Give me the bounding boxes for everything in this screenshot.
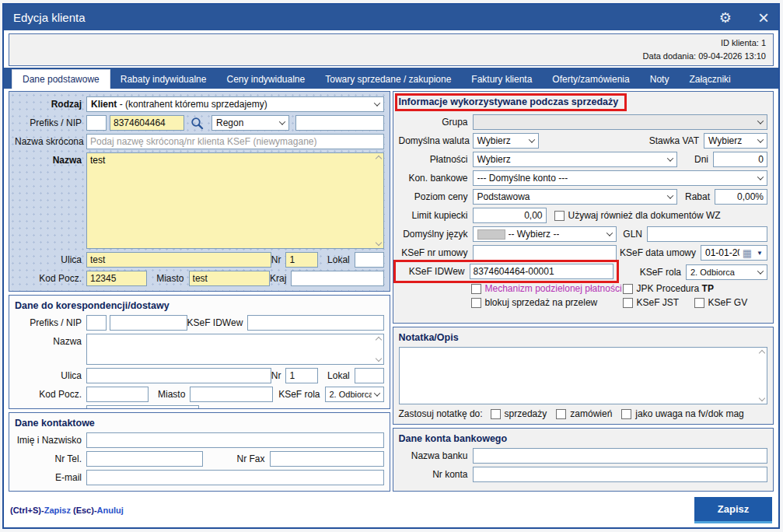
kores-ulica-input[interactable] [86,368,271,383]
stawka-vat-select[interactable]: Wybierz [704,133,767,149]
rabat-input[interactable] [715,189,767,205]
mpp-checkbox[interactable] [471,284,481,294]
scroll-down-icon[interactable] [375,355,381,362]
poziom-ceny-label: Poziom ceny [399,191,473,202]
kores-ksef-idwew-input[interactable] [247,315,383,331]
email-input[interactable] [86,470,384,485]
grupa-select[interactable] [473,114,768,130]
limit-kupiecki-input[interactable] [473,208,547,223]
scroll-up-icon[interactable] [759,350,765,356]
kores-prefiks-label: Prefiks / NIP [15,317,86,328]
nr-tel-input[interactable] [86,451,203,467]
kon-bankowe-select[interactable]: --- Domyślne konto --- [473,170,768,186]
nr-fax-input[interactable] [270,451,384,467]
save-button[interactable]: Zapisz [694,497,772,523]
close-icon[interactable]: × [758,9,769,27]
scroll-down-icon[interactable] [375,240,381,246]
note-sprzedazy-checkbox[interactable] [491,409,501,419]
chevron-down-icon [279,118,285,124]
client-meta-panel: ID klienta: 1 Data dodania: 09-04-2026 1… [9,33,774,66]
prefiks-input[interactable] [86,115,107,131]
blokuj-przelew-checkbox[interactable] [471,298,481,308]
kores-miasto-input[interactable] [190,387,273,402]
poziom-ceny-select[interactable]: Podstawowa [473,189,677,205]
domyslna-waluta-label: Domyślna waluta [399,135,473,146]
scroll-up-icon[interactable] [375,156,381,162]
nr-input[interactable] [285,252,318,268]
kon-bankowe-value: --- Domyślne konto --- [477,173,568,184]
jpk-tp-checkbox-label: JPK Procedura TP [637,283,714,294]
scrollbar[interactable] [760,351,764,401]
nazwa-banku-input[interactable] [473,448,768,464]
note-uwaga-label: jako uwaga na fv/dok mag [635,408,743,419]
tab-rabaty-indywidualne[interactable]: Rabaty indywidualne [110,70,217,89]
grupa-label: Grupa [399,117,473,128]
scroll-up-icon[interactable] [375,337,381,343]
kores-ksef-rola-select[interactable]: 2. Odbiorca [325,387,384,402]
scroll-down-icon[interactable] [759,395,765,401]
rodzaj-select[interactable]: Klient - (kontrahent któremu sprzedajemy… [86,96,384,112]
kores-lokal-input[interactable] [355,368,384,383]
note-zamowien-checkbox[interactable] [556,409,566,419]
kores-nip-input[interactable] [110,315,187,331]
regon-number-input[interactable] [295,115,384,131]
domyslny-jezyk-select[interactable]: -- Wybierz -- [473,226,617,242]
chevron-down-icon [757,117,764,124]
red-highlight-box-title: Informacje wykorzystywane podczas sprzed… [395,93,627,111]
section-basic-data: Rodzaj Klient - (kontrahent któremu sprz… [9,91,390,292]
note-textarea[interactable] [399,347,768,404]
domyslny-jezyk-value: -- Wybierz -- [509,229,560,240]
nip-input[interactable] [110,115,184,131]
jpk-tp-checkbox[interactable] [623,284,633,294]
kod-pocz-input[interactable] [86,271,147,286]
scrollbar[interactable] [376,156,381,245]
imie-nazwisko-input[interactable] [86,432,384,448]
kores-gln-label: GLN [15,408,86,409]
ksef-jst-checkbox[interactable] [623,298,633,308]
ksef-data-umowy-input[interactable] [705,247,739,258]
tab-faktury-klienta[interactable]: Faktury klienta [461,70,542,89]
kores-kod-input[interactable] [86,387,149,402]
date-added-label: Data dodania: [643,51,697,61]
client-id-label: ID klienta: [721,38,759,47]
tab-ceny-indywidualne[interactable]: Ceny indywidualne [216,70,315,89]
tab-zalaczniki[interactable]: Załączniki [679,70,740,89]
note-uwaga-checkbox[interactable] [621,409,631,419]
imie-nazwisko-label: Imię i Nazwisko [15,435,86,446]
scrollbar[interactable] [376,338,381,361]
tab-dane-podstawowe[interactable]: Dane podstawowe [12,69,110,89]
ksef-nr-umowy-input[interactable] [473,245,617,261]
kores-prefiks-input[interactable] [86,315,107,331]
kores-nr-input[interactable] [285,368,318,383]
prefiks-nip-label: Prefiks / NIP [15,117,86,128]
nr-konta-input[interactable] [473,467,768,482]
blokuj-przelew-checkbox-label: blokuj sprzedaż na przelew [485,297,598,308]
lokal-label: Lokal [327,254,355,265]
ksef-gv-checkbox[interactable] [694,298,704,308]
ksef-idwew-input[interactable] [470,264,613,279]
kores-gln-input[interactable] [86,405,199,409]
rodzaj-value-rest: - (kontrahent któremu sprzedajemy) [117,99,267,110]
regon-select[interactable]: Regon [211,115,289,131]
ksef-data-umowy-datepicker[interactable]: ▦ ▼ [701,245,767,261]
nazwa-textarea[interactable]: test [86,152,384,249]
kraj-input[interactable] [291,271,383,286]
domyslna-waluta-select[interactable]: Wybierz [473,133,539,149]
search-icon[interactable] [191,117,204,130]
ksef-rola-value: 2. Odbiorca [690,268,735,277]
settings-gear-icon[interactable]: ⚙ [719,11,732,25]
kores-nazwa-textarea[interactable] [86,334,384,365]
dni-input[interactable] [713,152,767,167]
chevron-down-icon [666,155,673,161]
tab-noty[interactable]: Noty [640,70,680,89]
gln-input[interactable] [647,226,767,242]
nazwa-skrocona-input[interactable] [86,134,384,149]
ulica-input[interactable] [86,252,271,268]
tab-oferty-zamowienia[interactable]: Oferty/zamówienia [542,70,639,89]
tab-towary-sprzedane-zakupione[interactable]: Towary sprzedane / zakupione [315,70,461,89]
lokal-input[interactable] [355,252,384,268]
wz-checkbox[interactable] [554,211,565,221]
ksef-rola-select[interactable]: 2. Odbiorca [686,264,767,280]
miasto-input[interactable] [189,271,271,286]
platnosci-select[interactable]: Wybierz [473,152,677,167]
